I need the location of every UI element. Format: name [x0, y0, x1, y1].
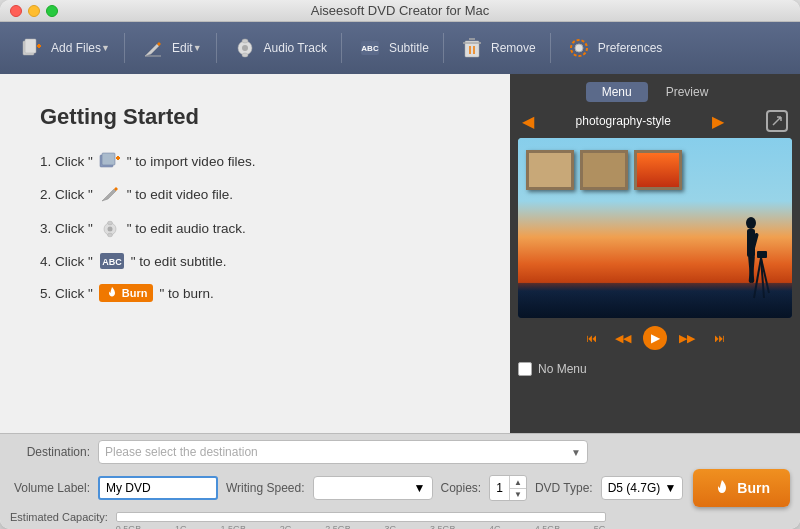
skip-back-button[interactable]: ⏮	[579, 326, 603, 350]
copies-down[interactable]: ▼	[510, 488, 526, 500]
preview-image	[518, 138, 792, 318]
maximize-button[interactable]	[46, 5, 58, 17]
play-button[interactable]: ▶	[643, 326, 667, 350]
step-5-burn-badge: Burn	[99, 284, 154, 302]
cap-mark-9: 5G	[594, 524, 606, 529]
destination-arrow-icon: ▼	[571, 447, 581, 458]
svg-point-28	[746, 217, 756, 229]
step-2-icon	[99, 184, 121, 204]
capacity-container: 0.5GB 1G 1.5GB 2G 2.5GB 3G 3.5GB 4G 4.5G…	[116, 512, 606, 522]
minimize-button[interactable]	[28, 5, 40, 17]
cap-mark-0: 0.5GB	[116, 524, 142, 529]
dvd-type-label: DVD Type:	[535, 481, 593, 495]
preferences-icon	[565, 34, 593, 62]
volume-input[interactable]	[98, 476, 218, 500]
right-panel: Menu Preview ◀ photography-style ▶	[510, 74, 800, 433]
photo-frames	[526, 150, 682, 190]
step-1-suffix: " to import video files.	[127, 154, 256, 169]
copies-arrows: ▲ ▼	[509, 476, 526, 500]
edit-button[interactable]: Edit ▼	[131, 29, 210, 67]
copies-spinner: 1 ▲ ▼	[489, 475, 527, 501]
getting-started-title: Getting Started	[40, 104, 470, 130]
svg-point-25	[107, 233, 112, 237]
sep3	[341, 33, 342, 63]
sep1	[124, 33, 125, 63]
edit-label: Edit	[172, 41, 193, 55]
remove-icon	[458, 34, 486, 62]
step-2: 2. Click " " to edit video file.	[40, 184, 470, 204]
step-5-suffix: " to burn.	[159, 286, 213, 301]
no-menu-checkbox[interactable]	[518, 362, 532, 376]
writing-speed-select[interactable]: ▼	[313, 476, 433, 500]
burn-flame-icon	[713, 479, 731, 497]
volume-label: Volume Label:	[10, 481, 90, 495]
destination-select[interactable]: Please select the destination ▼	[98, 440, 588, 464]
capacity-bar	[116, 512, 606, 522]
step-2-suffix: " to edit video file.	[127, 187, 233, 202]
add-files-arrow: ▼	[101, 43, 110, 53]
add-files-icon	[18, 34, 46, 62]
prev-arrow[interactable]: ◀	[522, 112, 534, 131]
remove-label: Remove	[491, 41, 536, 55]
nav-title: photography-style	[576, 114, 671, 128]
fast-forward-button[interactable]: ▶▶	[675, 326, 699, 350]
rewind-button[interactable]: ◀◀	[611, 326, 635, 350]
svg-point-7	[242, 39, 248, 43]
cap-mark-8: 4.5GB	[535, 524, 561, 529]
step-1-icon	[99, 152, 121, 170]
capacity-marks: 0.5GB 1G 1.5GB 2G 2.5GB 3G 3.5GB 4G 4.5G…	[116, 524, 606, 529]
burn-button[interactable]: Burn	[693, 469, 790, 507]
tab-preview[interactable]: Preview	[650, 82, 725, 102]
remove-button[interactable]: Remove	[450, 29, 544, 67]
preview-tabs: Menu Preview	[518, 82, 792, 102]
close-button[interactable]	[10, 5, 22, 17]
cap-mark-2: 1.5GB	[221, 524, 247, 529]
audio-track-label: Audio Track	[264, 41, 327, 55]
cap-mark-6: 3.5GB	[430, 524, 456, 529]
step-1: 1. Click " " to import video files.	[40, 152, 470, 170]
subtitle-icon: ABC	[356, 34, 384, 62]
export-button[interactable]	[766, 110, 788, 132]
preview-nav: ◀ photography-style ▶	[518, 110, 792, 132]
step-4: 4. Click " ABC " to edit subtitle.	[40, 252, 470, 270]
step-5-num: 5. Click "	[40, 286, 93, 301]
tab-menu[interactable]: Menu	[586, 82, 648, 102]
cap-mark-1: 1G	[175, 524, 187, 529]
copies-label: Copies:	[441, 481, 482, 495]
dvd-type-arrow: ▼	[664, 481, 676, 495]
step-2-num: 2. Click "	[40, 187, 93, 202]
no-menu-row: No Menu	[518, 358, 792, 380]
no-menu-label: No Menu	[538, 362, 587, 376]
svg-point-6	[242, 45, 248, 51]
window-controls	[10, 5, 58, 17]
add-files-button[interactable]: Add Files ▼	[10, 29, 118, 67]
sep5	[550, 33, 551, 63]
destination-label: Destination:	[10, 445, 90, 459]
svg-rect-36	[757, 251, 767, 258]
burn-label: Burn	[737, 480, 770, 496]
copies-up[interactable]: ▲	[510, 476, 526, 488]
bottom-bar: Destination: Please select the destinati…	[0, 433, 800, 529]
toolbar: Add Files ▼ Edit ▼	[0, 22, 800, 74]
preferences-button[interactable]: Preferences	[557, 29, 671, 67]
edit-arrow: ▼	[193, 43, 202, 53]
water	[518, 283, 792, 318]
destination-placeholder: Please select the destination	[105, 445, 258, 459]
playback-controls: ⏮ ◀◀ ▶ ▶▶ ⏭	[518, 326, 792, 350]
cap-mark-4: 2.5GB	[325, 524, 351, 529]
frame-3	[634, 150, 682, 190]
skip-forward-button[interactable]: ⏭	[707, 326, 731, 350]
audio-track-button[interactable]: Audio Track	[223, 29, 335, 67]
step-1-num: 1. Click "	[40, 154, 93, 169]
step-3-num: 3. Click "	[40, 221, 93, 236]
svg-point-24	[107, 221, 112, 225]
window-title: Aiseesoft DVD Creator for Mac	[311, 3, 489, 18]
dvd-type-select[interactable]: D5 (4.7G) ▼	[601, 476, 684, 500]
subtitle-button[interactable]: ABC Subtitle	[348, 29, 437, 67]
content-panel: Getting Started 1. Click " " to import v…	[0, 74, 510, 433]
next-arrow[interactable]: ▶	[712, 112, 724, 131]
sep2	[216, 33, 217, 63]
steps-list: 1. Click " " to import video files. 2. C…	[40, 152, 470, 302]
options-row: Volume Label: Writing Speed: ▼ Copies: 1…	[10, 469, 790, 507]
step-3-icon	[99, 218, 121, 238]
